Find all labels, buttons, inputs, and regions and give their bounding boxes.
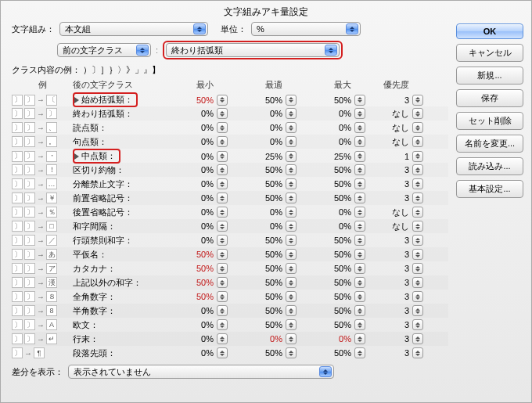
max-value[interactable]: 0% [298, 334, 353, 344]
min-value[interactable]: 0% [160, 123, 215, 132]
max-value[interactable]: 50% [298, 165, 353, 175]
stepper-icon[interactable] [286, 122, 297, 133]
opt-value[interactable]: 50% [229, 193, 284, 203]
stepper-icon[interactable] [412, 305, 423, 316]
disclosure-triangle-icon[interactable] [74, 153, 79, 160]
min-value[interactable]: 0% [160, 221, 215, 231]
max-value[interactable]: 50% [298, 278, 353, 287]
stepper-icon[interactable] [412, 249, 423, 260]
min-value[interactable]: 0% [160, 109, 215, 118]
stepper-icon[interactable] [286, 164, 297, 175]
new-button[interactable]: 新規... [456, 67, 523, 85]
priority-value[interactable]: 3 [367, 348, 411, 358]
stepper-icon[interactable] [412, 136, 423, 147]
stepper-icon[interactable] [354, 178, 365, 189]
priority-value[interactable]: 3 [367, 278, 411, 287]
stepper-icon[interactable] [217, 193, 228, 203]
stepper-icon[interactable] [217, 207, 228, 218]
min-value[interactable]: 50% [160, 264, 215, 273]
priority-value[interactable]: 3 [367, 95, 411, 105]
stepper-icon[interactable] [354, 151, 365, 162]
stepper-icon[interactable] [412, 263, 423, 274]
stepper-icon[interactable] [217, 108, 228, 119]
opt-value[interactable]: 50% [229, 236, 284, 245]
stepper-icon[interactable] [412, 277, 423, 288]
stepper-icon[interactable] [354, 319, 365, 330]
stepper-icon[interactable] [217, 122, 228, 133]
stepper-icon[interactable] [286, 277, 297, 288]
opt-value[interactable]: 50% [229, 264, 284, 273]
priority-value[interactable]: 3 [367, 264, 411, 273]
opt-value[interactable]: 50% [229, 348, 284, 358]
min-value[interactable]: 50% [160, 292, 215, 301]
max-value[interactable]: 25% [298, 152, 353, 161]
stepper-icon[interactable] [286, 235, 297, 246]
opt-value[interactable]: 50% [229, 306, 284, 315]
max-value[interactable]: 50% [298, 179, 353, 189]
stepper-icon[interactable] [354, 305, 365, 316]
stepper-icon[interactable] [412, 164, 423, 175]
stepper-icon[interactable] [354, 263, 365, 274]
stepper-icon[interactable] [217, 263, 228, 274]
priority-value[interactable]: 3 [367, 236, 411, 245]
stepper-icon[interactable] [286, 136, 297, 147]
opt-value[interactable]: 0% [229, 207, 284, 217]
stepper-icon[interactable] [217, 95, 228, 106]
stepper-icon[interactable] [217, 249, 228, 260]
diff-select[interactable]: 表示されていません [68, 365, 334, 379]
stepper-icon[interactable] [286, 347, 297, 358]
min-value[interactable]: 0% [160, 193, 215, 203]
opt-value[interactable]: 50% [229, 320, 284, 329]
stepper-icon[interactable] [286, 333, 297, 344]
min-value[interactable]: 0% [160, 306, 215, 315]
min-value[interactable]: 50% [160, 250, 215, 259]
opt-value[interactable]: 25% [229, 152, 284, 161]
stepper-icon[interactable] [354, 95, 365, 106]
stepper-icon[interactable] [286, 263, 297, 274]
stepper-icon[interactable] [217, 136, 228, 147]
stepper-icon[interactable] [217, 221, 228, 232]
max-value[interactable]: 0% [298, 123, 353, 132]
stepper-icon[interactable] [286, 178, 297, 189]
max-value[interactable]: 0% [298, 137, 353, 146]
min-value[interactable]: 0% [160, 165, 215, 175]
load-button[interactable]: 読み込み... [456, 157, 523, 175]
disclosure-triangle-icon[interactable] [74, 97, 79, 103]
min-value[interactable]: 50% [160, 95, 215, 105]
stepper-icon[interactable] [286, 95, 297, 106]
max-value[interactable]: 50% [298, 348, 353, 358]
priority-value[interactable]: なし [367, 221, 411, 232]
stepper-icon[interactable] [217, 178, 228, 189]
opt-value[interactable]: 0% [229, 334, 284, 344]
max-value[interactable]: 50% [298, 193, 353, 203]
min-value[interactable]: 0% [160, 179, 215, 189]
max-value[interactable]: 50% [298, 250, 353, 259]
stepper-icon[interactable] [354, 122, 365, 133]
stepper-icon[interactable] [412, 235, 423, 246]
basic-button[interactable]: 基本設定... [456, 180, 523, 198]
priority-value[interactable]: なし [367, 136, 411, 148]
opt-value[interactable]: 50% [229, 165, 284, 175]
stepper-icon[interactable] [354, 164, 365, 175]
stepper-icon[interactable] [354, 277, 365, 288]
max-value[interactable]: 0% [298, 221, 353, 231]
stepper-icon[interactable] [412, 108, 423, 119]
min-value[interactable]: 0% [160, 137, 215, 146]
opt-value[interactable]: 50% [229, 95, 284, 105]
stepper-icon[interactable] [286, 319, 297, 330]
opt-value[interactable]: 50% [229, 292, 284, 301]
stepper-icon[interactable] [412, 178, 423, 189]
stepper-icon[interactable] [286, 207, 297, 218]
stepper-icon[interactable] [354, 108, 365, 119]
stepper-icon[interactable] [412, 193, 423, 203]
max-value[interactable]: 50% [298, 236, 353, 245]
max-value[interactable]: 50% [298, 306, 353, 315]
max-value[interactable]: 50% [298, 264, 353, 273]
opt-value[interactable]: 0% [229, 123, 284, 132]
max-value[interactable]: 50% [298, 320, 353, 329]
priority-value[interactable]: 3 [367, 179, 411, 189]
ok-button[interactable]: OK [456, 23, 523, 39]
stepper-icon[interactable] [217, 347, 228, 358]
opt-value[interactable]: 0% [229, 221, 284, 231]
priority-value[interactable]: 3 [367, 193, 411, 203]
